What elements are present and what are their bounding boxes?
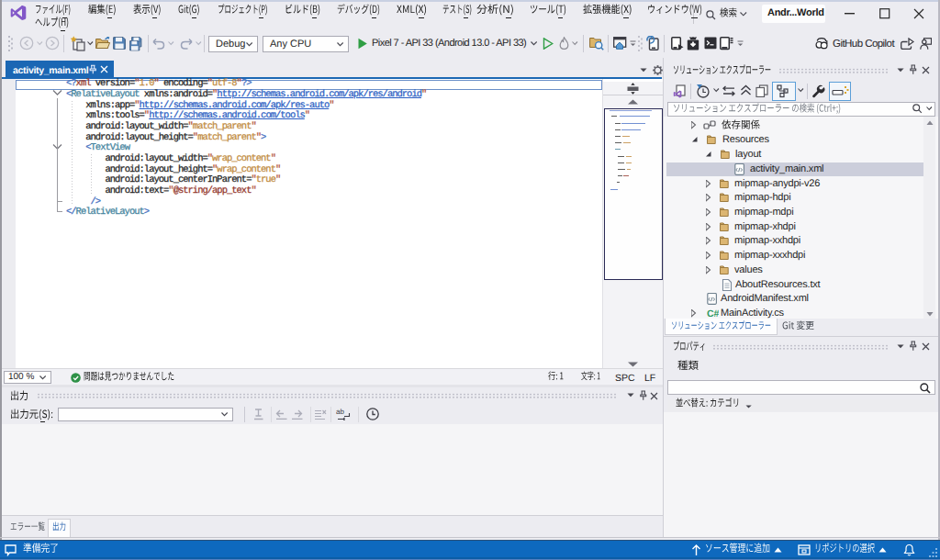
svg-text:ab: ab <box>336 408 344 416</box>
svg-text:C#: C# <box>707 308 719 319</box>
